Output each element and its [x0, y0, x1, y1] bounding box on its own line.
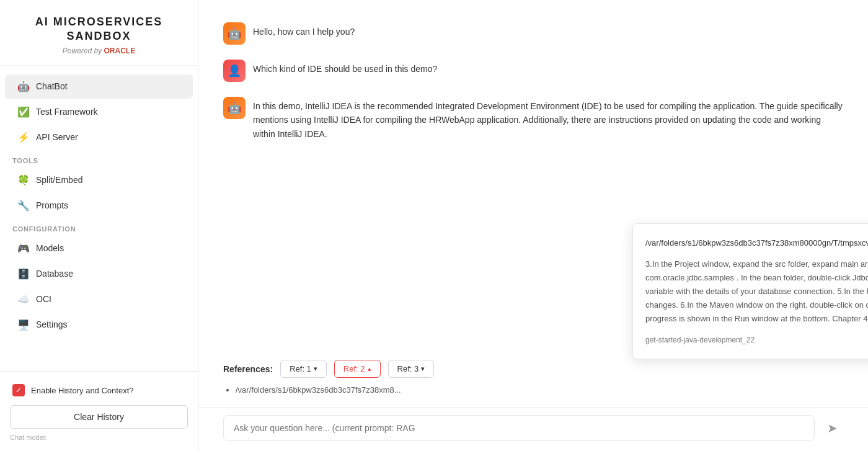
tools-section-label: Tools	[0, 151, 198, 167]
references-header: References: Ref: 1 ▾ Ref: 2 ▴ Ref: 3 ▾	[223, 360, 843, 378]
sidebar-item-split-embed[interactable]: 🍀 Split/Embed	[5, 168, 193, 192]
message-row: 🤖 In this demo, IntelliJ IDEA is the rec…	[223, 89, 843, 148]
history-checkbox[interactable]: ✓	[12, 384, 25, 396]
sidebar-item-chatbot[interactable]: 🤖 ChatBot	[5, 74, 193, 99]
ref-button-2[interactable]: Ref: 2 ▴	[334, 360, 381, 378]
app-powered: Powered by ORACLE	[12, 47, 185, 55]
sidebar-item-prompts[interactable]: 🔧 Prompts	[5, 194, 193, 218]
message-content: In this demo, IntelliJ IDEA is the recom…	[253, 97, 843, 141]
api-server-icon: ⚡	[17, 132, 30, 143]
oci-icon: ☁️	[17, 293, 30, 305]
send-icon: ➤	[827, 421, 838, 435]
chat-input-area: ➤	[198, 407, 868, 451]
clear-history-button[interactable]: Clear History	[10, 405, 188, 429]
assistant-avatar: 🤖	[223, 22, 246, 45]
ref-popup: /var/folders/s1/6bkpw3zs6db3c37fs7z38xm8…	[632, 223, 868, 359]
chat-input[interactable]	[223, 415, 815, 441]
user-avatar: 👤	[223, 60, 246, 82]
message-row: 👤 Which kind of IDE should be used in th…	[223, 52, 843, 89]
chevron-down-icon: ▾	[421, 365, 425, 373]
chevron-down-icon: ▾	[314, 365, 317, 373]
sidebar-item-oci[interactable]: ☁️ OCI	[5, 287, 193, 311]
enable-history-toggle[interactable]: ✓ Enable History and Context?	[10, 379, 188, 401]
sidebar-item-test-framework[interactable]: ✅ Test Framework	[5, 100, 193, 124]
message-content: Hello, how can I help you?	[253, 22, 843, 38]
send-button[interactable]: ➤	[821, 417, 843, 439]
ref-popup-footer: get-started-java-development_22	[645, 334, 868, 346]
main-area: 🤖 Hello, how can I help you? 👤 Which kin…	[198, 0, 868, 451]
message-row: 🤖 Hello, how can I help you?	[223, 15, 843, 52]
chatbot-icon: 🤖	[17, 81, 30, 92]
prompts-icon: 🔧	[17, 200, 30, 212]
sidebar-nav: 🤖 ChatBot ✅ Test Framework ⚡ API Server …	[0, 66, 198, 371]
references-label: References:	[223, 364, 273, 374]
ref-button-1[interactable]: Ref: 1 ▾	[280, 360, 327, 378]
sidebar-footer: ✓ Enable History and Context? Clear Hist…	[0, 371, 198, 451]
ref-button-3[interactable]: Ref: 3 ▾	[388, 360, 435, 378]
ref-list: /var/folders/s1/6bkpw3zs6db3c37fs7z38xm8…	[223, 385, 843, 395]
database-icon: 🗄️	[17, 268, 30, 280]
sidebar-item-settings[interactable]: 🖥️ Settings	[5, 313, 193, 337]
chevron-up-icon: ▴	[368, 365, 371, 373]
test-framework-icon: ✅	[17, 106, 30, 118]
ref-list-item: /var/folders/s1/6bkpw3zs6db3c37fs7z38xm8…	[236, 385, 843, 395]
ref-popup-text: 3.In the Project window, expand the src …	[645, 257, 868, 326]
chat-model-label: Chat model:	[10, 429, 188, 441]
app-title: AI MICROSERVICES SANDBOX	[12, 15, 185, 44]
sidebar-item-database[interactable]: 🗄️ Database	[5, 262, 193, 286]
assistant-avatar: 🤖	[223, 97, 246, 119]
split-embed-icon: 🍀	[17, 174, 30, 186]
sidebar: AI MICROSERVICES SANDBOX Powered by ORAC…	[0, 0, 198, 451]
models-icon: 🎮	[17, 243, 30, 254]
ref-popup-path: /var/folders/s1/6bkpw3zs6db3c37fs7z38xm8…	[645, 236, 868, 250]
references-section: References: Ref: 1 ▾ Ref: 2 ▴ Ref: 3 ▾ /…	[198, 360, 868, 407]
settings-icon: 🖥️	[17, 319, 30, 331]
config-section-label: Configuration	[0, 219, 198, 235]
sidebar-header: AI MICROSERVICES SANDBOX Powered by ORAC…	[0, 0, 198, 66]
message-content: Which kind of IDE should be used in this…	[253, 60, 843, 76]
sidebar-item-models[interactable]: 🎮 Models	[5, 236, 193, 261]
sidebar-item-api-server[interactable]: ⚡ API Server	[5, 125, 193, 150]
